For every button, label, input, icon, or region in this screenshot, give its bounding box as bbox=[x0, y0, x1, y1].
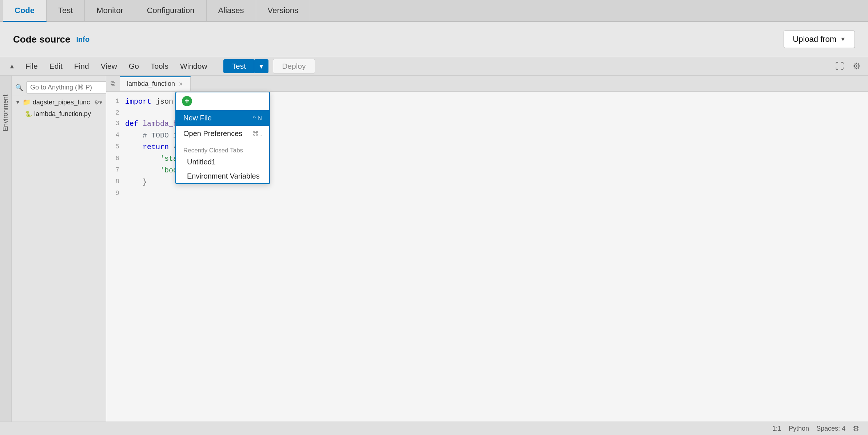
search-bar: 🔍 bbox=[12, 79, 106, 96]
fullscreen-icon[interactable]: ⛶ bbox=[834, 60, 845, 73]
copy-icon[interactable]: ⧉ bbox=[106, 80, 120, 87]
collapse-icon[interactable]: ▲ bbox=[6, 61, 18, 72]
code-source-header: Code source Info Upload from ▼ bbox=[0, 22, 868, 57]
environment-label[interactable]: Environment bbox=[2, 95, 9, 131]
code-source-title-group: Code source Info bbox=[13, 34, 89, 45]
menu-item-untitled1[interactable]: Untitled1 bbox=[176, 155, 269, 169]
spaces-indicator[interactable]: Spaces: 4 bbox=[816, 425, 845, 432]
info-link[interactable]: Info bbox=[76, 35, 90, 44]
menu-item-env-variables[interactable]: Environment Variables bbox=[176, 169, 269, 183]
test-button[interactable]: Test bbox=[223, 59, 255, 73]
test-dropdown-button[interactable]: ▾ bbox=[254, 59, 268, 73]
tab-configuration[interactable]: Configuration bbox=[135, 0, 207, 21]
status-gear-icon[interactable]: ⚙ bbox=[853, 424, 859, 433]
deploy-button[interactable]: Deploy bbox=[273, 59, 315, 73]
upload-from-button[interactable]: Upload from ▼ bbox=[784, 31, 855, 48]
cursor-position: 1:1 bbox=[772, 425, 781, 432]
tab-bar: ⧉ lambda_function ✕ bbox=[106, 76, 868, 92]
folder-icon: 📁 bbox=[23, 98, 31, 106]
tab-close-icon[interactable]: ✕ bbox=[179, 81, 183, 87]
code-line-9: 9 bbox=[106, 188, 868, 199]
search-input[interactable] bbox=[26, 81, 119, 93]
folder-arrow-icon: ▼ bbox=[15, 99, 20, 105]
recently-closed-label: Recently Closed Tabs bbox=[176, 145, 269, 155]
upload-chevron-icon: ▼ bbox=[840, 36, 846, 43]
status-bar: 1:1 Python Spaces: 4 ⚙ bbox=[0, 422, 868, 435]
folder-item[interactable]: ▼ 📁 dagster_pipes_func ⚙▾ bbox=[12, 96, 106, 108]
toolbar-right: ⛶ ⚙ bbox=[834, 60, 862, 73]
python-file-icon: 🐍 bbox=[25, 111, 32, 117]
left-sidebar: Environment bbox=[0, 76, 12, 435]
file-item[interactable]: 🐍 lambda_function.py bbox=[12, 108, 106, 120]
tab-monitor[interactable]: Monitor bbox=[85, 0, 135, 21]
menu-separator bbox=[176, 143, 269, 143]
file-name: lambda_function.py bbox=[34, 110, 91, 118]
dropdown-menu: + New File ^ N Open Preferences ⌘ , Rece… bbox=[175, 92, 270, 184]
tab-versions[interactable]: Versions bbox=[256, 0, 310, 21]
tab-test[interactable]: Test bbox=[47, 0, 85, 21]
tab-aliases[interactable]: Aliases bbox=[207, 0, 256, 21]
file-explorer: 🔍 ▼ 📁 dagster_pipes_func ⚙▾ 🐍 lambda_fun… bbox=[12, 76, 106, 435]
menu-tools[interactable]: Tools bbox=[146, 60, 173, 72]
menu-item-open-preferences[interactable]: Open Preferences ⌘ , bbox=[176, 126, 269, 141]
code-editor: ⧉ lambda_function ✕ + New File ^ N Open … bbox=[106, 76, 868, 435]
folder-name: dagster_pipes_func bbox=[33, 99, 92, 106]
tab-code[interactable]: Code bbox=[3, 0, 47, 22]
new-file-shortcut: ^ N bbox=[253, 115, 262, 122]
top-nav-tabs: Code Test Monitor Configuration Aliases … bbox=[0, 0, 868, 22]
code-source-label: Code source bbox=[13, 34, 71, 45]
menu-find[interactable]: Find bbox=[70, 60, 93, 72]
search-icon: 🔍 bbox=[15, 84, 23, 92]
editor-tab-lambda[interactable]: lambda_function ✕ bbox=[120, 76, 191, 91]
language-indicator[interactable]: Python bbox=[789, 425, 809, 432]
menu-item-new-file[interactable]: New File ^ N bbox=[176, 110, 269, 126]
folder-gear-icon[interactable]: ⚙▾ bbox=[94, 99, 102, 106]
menu-window[interactable]: Window bbox=[176, 60, 212, 72]
menu-edit[interactable]: Edit bbox=[45, 60, 67, 72]
settings-icon[interactable]: ⚙ bbox=[851, 60, 862, 73]
menu-view[interactable]: View bbox=[96, 60, 122, 72]
menu-file[interactable]: File bbox=[21, 60, 42, 72]
menu-go[interactable]: Go bbox=[124, 60, 143, 72]
plus-icon[interactable]: + bbox=[182, 96, 192, 106]
editor-tab-label: lambda_function bbox=[127, 80, 175, 88]
editor-toolbar: ▲ File Edit Find View Go Tools Window Te… bbox=[0, 57, 868, 76]
open-preferences-shortcut: ⌘ , bbox=[252, 130, 262, 137]
dropdown-header: + bbox=[176, 92, 269, 110]
editor-area: Environment 🔍 ▼ 📁 dagster_pipes_func ⚙▾ … bbox=[0, 76, 868, 435]
